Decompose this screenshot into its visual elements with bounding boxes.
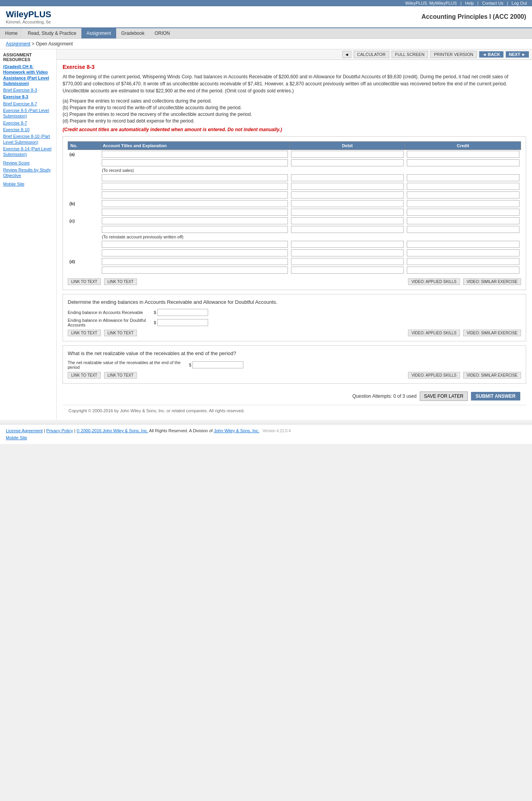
sidebar-review-results[interactable]: Review Results by Study Objective: [3, 167, 53, 179]
sidebar-item-exercise-8-7[interactable]: Exercise 8-7: [3, 120, 53, 126]
credit-c4[interactable]: [407, 249, 519, 256]
credit-a1[interactable]: [407, 151, 519, 158]
calculator-button[interactable]: CALCULATOR: [354, 51, 389, 58]
debit-a5[interactable]: [291, 191, 404, 198]
account-c4[interactable]: [102, 249, 288, 256]
video-similar-3[interactable]: VIDEO: SIMILAR EXERCISE: [463, 372, 521, 379]
debit-a1[interactable]: [291, 151, 404, 158]
debit-b2[interactable]: [291, 209, 404, 216]
back-button[interactable]: ◄ BACK: [479, 51, 503, 58]
tab-gradebook[interactable]: Gradebook: [116, 28, 149, 38]
sidebar-extra: Mobile Site: [3, 181, 53, 187]
credit-d2[interactable]: [407, 267, 519, 274]
video-applied-2[interactable]: VIDEO: APPLIED SKILLS: [408, 330, 460, 336]
debit-a2[interactable]: [291, 159, 404, 166]
wileyplus-link[interactable]: WileyPLUS: MyWileyPLUS: [405, 1, 457, 5]
link-to-text-6[interactable]: LINK TO TEXT: [104, 372, 137, 379]
debit-a3[interactable]: [291, 174, 404, 181]
account-a3[interactable]: [102, 174, 288, 181]
credit-a2[interactable]: [407, 159, 519, 166]
contact-link[interactable]: Contact Us: [482, 1, 503, 5]
debit-c1[interactable]: [291, 217, 404, 224]
credit-c1[interactable]: [407, 217, 519, 224]
debit-c2[interactable]: [291, 226, 404, 233]
exercise-content: Exercise 8-3 At the beginning of the cur…: [57, 60, 532, 420]
account-c2[interactable]: [102, 226, 288, 233]
license-agreement-link[interactable]: License Agreement: [6, 428, 43, 433]
help-link[interactable]: Help: [465, 1, 474, 5]
bottom-actions: Question Attempts: 0 of 3 used SAVE FOR …: [63, 388, 526, 405]
copyright-link[interactable]: © 2000-2016 John Wiley & Sons, Inc.: [77, 428, 148, 433]
credit-a3[interactable]: [407, 174, 519, 181]
printer-button[interactable]: PRINTER VERSION: [430, 51, 477, 58]
sidebar-item-brief-8-10[interactable]: Brief Exercise 8-10 (Part Level Submissi…: [3, 134, 53, 145]
account-d2[interactable]: [102, 267, 288, 274]
link-to-text-3[interactable]: LINK TO TEXT: [68, 330, 101, 336]
table-row: (To record sales): [68, 167, 521, 173]
sidebar-group-title[interactable]: (Graded) CH 8: Homework with Video Assis…: [3, 64, 53, 86]
link-to-text-2[interactable]: LINK TO TEXT: [104, 278, 137, 285]
sidebar-item-exercise-8-5[interactable]: Exercise 8-5 (Part Level Submission): [3, 108, 53, 119]
save-for-later-button[interactable]: SAVE FOR LATER: [420, 391, 468, 401]
net-realizable-label: The net realizable value of the receivab…: [68, 360, 189, 370]
credit-b2[interactable]: [407, 209, 519, 216]
sidebar-item-brief-8-3[interactable]: Brief Exercise 8-3: [3, 87, 53, 93]
account-a4[interactable]: [102, 183, 288, 190]
credit-c3[interactable]: [407, 241, 519, 248]
debit-d2[interactable]: [291, 267, 404, 274]
logout-link[interactable]: Log Out: [512, 1, 527, 5]
balance-allowance-input[interactable]: [157, 319, 208, 326]
tab-assignment[interactable]: Assignment: [81, 28, 116, 38]
sidebar-mobile-site[interactable]: Mobile Site: [3, 181, 53, 187]
balance-ar-dollar: $: [154, 310, 156, 315]
balance-row-allowance: Ending balance in Allowance for Doubtful…: [68, 318, 521, 327]
next-button[interactable]: NEXT ►: [506, 51, 529, 58]
sidebar-review-score[interactable]: Review Score: [3, 160, 53, 166]
sidebar-item-exercise-8-14[interactable]: Exercise 8-14 (Part Level Submission): [3, 146, 53, 157]
mobile-site-link[interactable]: Mobile Site: [6, 435, 27, 440]
link-to-text-4[interactable]: LINK TO TEXT: [104, 330, 137, 336]
credit-b1[interactable]: [407, 200, 519, 207]
debit-b1[interactable]: [291, 200, 404, 207]
link-to-text-1[interactable]: LINK TO TEXT: [68, 278, 101, 285]
col-no: No.: [68, 142, 101, 150]
sidebar-item-exercise-8-10[interactable]: Exercise 8-10: [3, 127, 53, 132]
debit-a4[interactable]: [291, 183, 404, 190]
credit-c2[interactable]: [407, 226, 519, 233]
tab-orion[interactable]: ORION: [149, 28, 175, 38]
account-a2[interactable]: [102, 159, 288, 166]
section2-question: Determine the ending balances in Account…: [68, 299, 521, 305]
table-row: [68, 240, 521, 249]
net-realizable-input[interactable]: [192, 361, 243, 368]
debit-c3[interactable]: [291, 241, 404, 248]
debit-c4[interactable]: [291, 249, 404, 256]
privacy-policy-link[interactable]: Privacy Policy: [46, 428, 73, 433]
account-a1[interactable]: [102, 151, 288, 158]
credit-a4[interactable]: [407, 183, 519, 190]
account-c1[interactable]: [102, 217, 288, 224]
video-applied-1[interactable]: VIDEO: APPLIED SKILLS: [408, 278, 460, 285]
account-a5[interactable]: [102, 191, 288, 198]
video-similar-1[interactable]: VIDEO: SIMILAR EXERCISE: [463, 278, 521, 285]
account-c3[interactable]: [102, 241, 288, 248]
tab-home[interactable]: Home: [0, 28, 23, 38]
fullscreen-button[interactable]: FULL SCREEN: [392, 51, 428, 58]
debit-d1[interactable]: [291, 258, 404, 265]
company-link[interactable]: John Wiley & Sons, Inc.: [214, 428, 259, 433]
account-b2[interactable]: [102, 209, 288, 216]
sidebar-item-exercise-8-3[interactable]: Exercise 8-3: [3, 94, 53, 99]
submit-answer-button[interactable]: SUBMIT ANSWER: [471, 392, 520, 400]
link-to-text-5[interactable]: LINK TO TEXT: [68, 372, 101, 379]
table-row: [68, 159, 521, 167]
sidebar-item-brief-8-7[interactable]: Brief Exercise 8-7: [3, 101, 53, 106]
expand-button[interactable]: ◄: [342, 51, 351, 58]
breadcrumb-link[interactable]: Assignment: [6, 41, 31, 47]
account-b1[interactable]: [102, 200, 288, 207]
credit-d1[interactable]: [407, 258, 519, 265]
tab-read-study[interactable]: Read, Study & Practice: [23, 28, 81, 38]
video-applied-3[interactable]: VIDEO: APPLIED SKILLS: [408, 372, 460, 379]
video-similar-2[interactable]: VIDEO: SIMILAR EXERCISE: [463, 330, 521, 336]
account-d1[interactable]: [102, 258, 288, 265]
balance-ar-input[interactable]: [157, 309, 208, 316]
credit-a5[interactable]: [407, 191, 519, 198]
